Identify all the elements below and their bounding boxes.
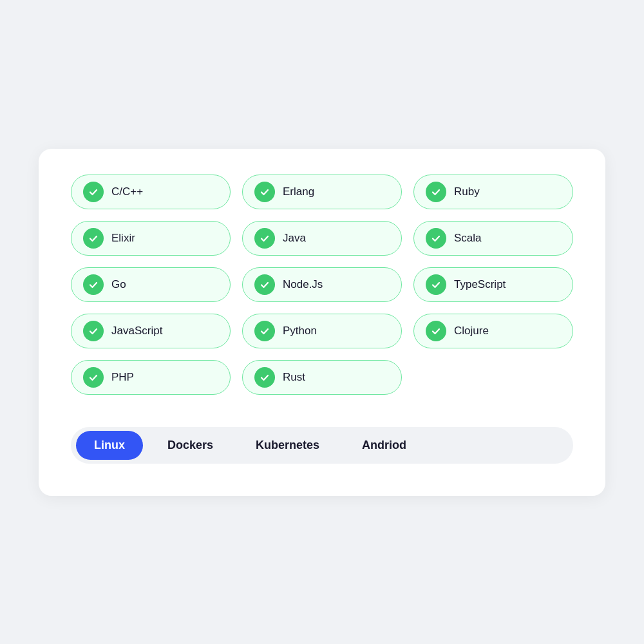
chip-label: Rust bbox=[283, 371, 305, 384]
check-icon bbox=[254, 274, 275, 295]
chip-label: Ruby bbox=[454, 185, 480, 198]
check-icon bbox=[83, 228, 104, 249]
chip-item[interactable]: C/C++ bbox=[71, 175, 231, 209]
chip-item[interactable]: Java bbox=[242, 221, 402, 256]
check-icon bbox=[426, 228, 446, 249]
tab-item[interactable]: Linux bbox=[76, 431, 143, 460]
check-icon bbox=[254, 321, 275, 341]
chip-label: Erlang bbox=[283, 185, 314, 198]
chip-label: Scala bbox=[454, 232, 482, 245]
chip-item[interactable]: JavaScript bbox=[71, 314, 231, 348]
chip-item[interactable]: Elixir bbox=[71, 221, 231, 256]
check-icon bbox=[254, 182, 275, 202]
chips-grid: C/C++ Erlang Ruby Elixir bbox=[71, 175, 573, 395]
chip-item[interactable]: Python bbox=[242, 314, 402, 348]
check-icon bbox=[426, 274, 446, 295]
chip-label: JavaScript bbox=[111, 325, 162, 337]
check-icon bbox=[83, 321, 104, 341]
chip-label: Java bbox=[283, 232, 306, 245]
chip-item[interactable]: Rust bbox=[242, 360, 402, 395]
tab-item[interactable]: Dockers bbox=[149, 431, 231, 460]
chip-label: TypeScript bbox=[454, 278, 506, 291]
chip-item[interactable]: Clojure bbox=[413, 314, 573, 348]
chip-item[interactable]: Erlang bbox=[242, 175, 402, 209]
tabs-bar: LinuxDockersKubernetesAndriod bbox=[71, 427, 573, 464]
chip-label: PHP bbox=[111, 371, 134, 384]
check-icon bbox=[254, 367, 275, 388]
chip-item[interactable]: TypeScript bbox=[413, 267, 573, 302]
check-icon bbox=[426, 321, 446, 341]
check-icon bbox=[83, 367, 104, 388]
main-card: C/C++ Erlang Ruby Elixir bbox=[39, 149, 605, 496]
chip-item[interactable]: Node.Js bbox=[242, 267, 402, 302]
chip-label: Clojure bbox=[454, 325, 489, 337]
check-icon bbox=[83, 182, 104, 202]
check-icon bbox=[83, 274, 104, 295]
chip-label: C/C++ bbox=[111, 185, 143, 198]
chip-label: Elixir bbox=[111, 232, 135, 245]
chip-item[interactable]: PHP bbox=[71, 360, 231, 395]
chip-item[interactable]: Go bbox=[71, 267, 231, 302]
chip-label: Go bbox=[111, 278, 126, 291]
chip-label: Node.Js bbox=[283, 278, 323, 291]
check-icon bbox=[426, 182, 446, 202]
tab-item[interactable]: Kubernetes bbox=[238, 431, 337, 460]
chip-label: Python bbox=[283, 325, 317, 337]
tab-item[interactable]: Andriod bbox=[344, 431, 424, 460]
check-icon bbox=[254, 228, 275, 249]
chip-item[interactable]: Ruby bbox=[413, 175, 573, 209]
chip-item[interactable]: Scala bbox=[413, 221, 573, 256]
